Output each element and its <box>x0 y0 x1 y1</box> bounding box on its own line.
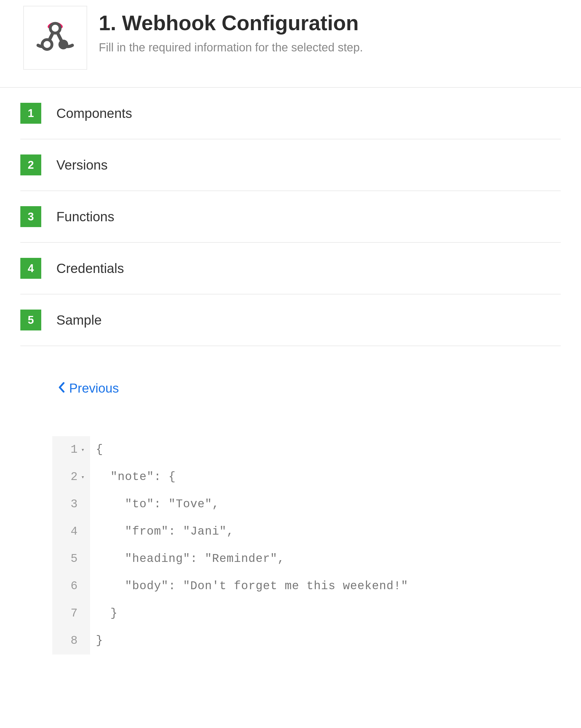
step-number: 1 <box>20 103 41 124</box>
svg-point-0 <box>50 23 60 33</box>
gutter: 4 <box>52 518 90 545</box>
code-content: "body": "Don't forget me this weekend!" <box>90 573 408 600</box>
gutter: 5 <box>52 545 90 573</box>
gutter: 8 <box>52 627 90 654</box>
svg-point-1 <box>42 40 52 49</box>
code-line: 7 } <box>52 600 581 627</box>
header: 1. Webhook Configuration Fill in the req… <box>0 0 581 88</box>
step-item-sample[interactable]: 5 Sample <box>20 294 561 346</box>
step-number: 5 <box>20 310 41 331</box>
code-line: 5 "heading": "Reminder", <box>52 545 581 573</box>
fold-marker-icon: ▾ <box>80 470 85 484</box>
code-line: 1▾ { <box>52 436 581 464</box>
code-content: { <box>90 436 103 464</box>
code-line: 2▾ "note": { <box>52 464 581 491</box>
step-label: Credentials <box>56 260 124 276</box>
step-label: Versions <box>56 157 107 173</box>
code-line: 4 "from": "Jani", <box>52 518 581 545</box>
nav-section: Previous <box>0 346 581 395</box>
step-number: 3 <box>20 206 41 227</box>
step-item-versions[interactable]: 2 Versions <box>20 139 561 191</box>
code-line: 8 } <box>52 627 581 654</box>
page-subtitle: Fill in the required information for the… <box>99 41 363 54</box>
code-line: 3 "to": "Tove", <box>52 491 581 518</box>
gutter: 6 <box>52 573 90 600</box>
step-item-credentials[interactable]: 4 Credentials <box>20 243 561 294</box>
fold-marker-icon: ▾ <box>80 443 85 457</box>
step-label: Components <box>56 105 132 121</box>
step-item-components[interactable]: 1 Components <box>20 88 561 139</box>
step-number: 2 <box>20 155 41 175</box>
code-content: "to": "Tove", <box>90 491 219 518</box>
gutter: 7 <box>52 600 90 627</box>
webhook-icon-box <box>23 6 87 70</box>
gutter: 3 <box>52 491 90 518</box>
page-title: 1. Webhook Configuration <box>99 11 363 34</box>
code-content: "note": { <box>90 464 176 491</box>
code-content: "heading": "Reminder", <box>90 545 285 573</box>
gutter: 1▾ <box>52 436 90 464</box>
svg-point-2 <box>58 40 68 49</box>
header-text: 1. Webhook Configuration Fill in the req… <box>99 6 363 54</box>
code-line: 6 "body": "Don't forget me this weekend!… <box>52 573 581 600</box>
chevron-left-icon <box>58 381 66 395</box>
step-label: Sample <box>56 312 102 328</box>
steps-list: 1 Components 2 Versions 3 Functions 4 Cr… <box>0 88 581 346</box>
step-label: Functions <box>56 209 114 225</box>
previous-label: Previous <box>69 381 119 395</box>
gutter: 2▾ <box>52 464 90 491</box>
previous-button[interactable]: Previous <box>58 381 119 395</box>
step-number: 4 <box>20 258 41 279</box>
code-content: } <box>90 600 118 627</box>
code-editor[interactable]: 1▾ { 2▾ "note": { 3 "to": "Tove", 4 "fro… <box>52 436 581 654</box>
code-content: "from": "Jani", <box>90 518 234 545</box>
code-content: } <box>90 627 103 654</box>
step-item-functions[interactable]: 3 Functions <box>20 191 561 243</box>
webhook-icon <box>35 17 76 59</box>
